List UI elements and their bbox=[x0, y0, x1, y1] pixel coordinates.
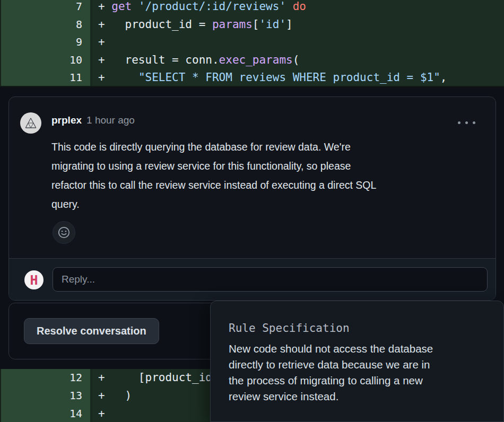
code-token bbox=[132, 0, 138, 13]
code-token: get bbox=[111, 0, 132, 13]
reply-avatar-letter: H bbox=[30, 272, 38, 288]
code-line: + "SELECT * FROM reviews WHERE product_i… bbox=[90, 69, 504, 87]
diff-row: 7+ get '/product/:id/reviews' do bbox=[0, 0, 504, 16]
code-token: '/product/:id/reviews' bbox=[138, 0, 286, 13]
code-token: product_id = bbox=[111, 18, 212, 31]
code-line: + product_id = params['id'] bbox=[90, 16, 504, 34]
code-token: [ bbox=[253, 18, 259, 31]
diff-addition-marker: + bbox=[98, 0, 111, 13]
diff-row: 10+ result = conn.exec_params( bbox=[0, 51, 504, 69]
code-token: ) bbox=[111, 389, 132, 402]
comment-header: prplex1 hour ago bbox=[51, 115, 135, 126]
code-token: ] bbox=[286, 18, 293, 31]
diff-addition-marker: + bbox=[98, 18, 111, 31]
line-number[interactable]: 11 bbox=[0, 69, 90, 87]
popup-title: Rule Specification bbox=[229, 322, 350, 335]
code-token: params bbox=[212, 18, 253, 31]
add-reaction-button[interactable] bbox=[53, 221, 75, 244]
comment-body: This code is directly querying the datab… bbox=[51, 137, 481, 214]
avatar-prplex[interactable] bbox=[20, 112, 41, 134]
code-line: + bbox=[90, 33, 504, 51]
line-number[interactable]: 14 bbox=[0, 405, 90, 422]
diff-row: 8+ product_id = params['id'] bbox=[0, 16, 504, 34]
kebab-dot bbox=[473, 121, 475, 124]
diff-addition-marker: + bbox=[98, 407, 111, 420]
line-number[interactable]: 9 bbox=[0, 33, 90, 51]
diff-addition-marker: + bbox=[98, 71, 111, 84]
reply-input[interactable] bbox=[53, 267, 488, 292]
diff-row: 9+ bbox=[0, 33, 504, 51]
review-thread-container: prplex1 hour ago This code is directly q… bbox=[8, 96, 496, 301]
diff-addition-marker: + bbox=[98, 389, 111, 402]
code-token: [product_id] bbox=[111, 371, 219, 384]
code-token: ( bbox=[293, 54, 300, 66]
code-line: + get '/product/:id/reviews' do bbox=[90, 0, 504, 16]
smiley-icon bbox=[57, 226, 71, 239]
comment-author[interactable]: prplex bbox=[51, 115, 82, 126]
code-token: "SELECT * FROM reviews WHERE product_id … bbox=[138, 71, 440, 84]
line-number[interactable]: 8 bbox=[0, 16, 90, 34]
code-token: 'id' bbox=[259, 18, 286, 31]
resolve-conversation-button[interactable]: Resolve conversation bbox=[24, 318, 159, 344]
kebab-dot bbox=[458, 121, 460, 124]
diff-row: 11+ "SELECT * FROM reviews WHERE product… bbox=[0, 69, 504, 87]
avatar-reply-user[interactable]: H bbox=[24, 270, 44, 289]
code-token bbox=[111, 71, 138, 84]
code-token bbox=[286, 0, 293, 13]
popup-body: New code should not access the databased… bbox=[229, 341, 494, 405]
line-number[interactable]: 7 bbox=[0, 0, 90, 16]
rule-specification-popup: Rule Specification New code should not a… bbox=[210, 301, 504, 422]
diff-addition-marker: + bbox=[98, 371, 111, 384]
code-line: + result = conn.exec_params( bbox=[90, 51, 504, 69]
pr-review-page: 7+ get '/product/:id/reviews' do8+ produ… bbox=[0, 0, 504, 422]
line-number[interactable]: 13 bbox=[0, 387, 90, 405]
triangle-logo-icon bbox=[24, 116, 38, 130]
diff-hunk-top: 7+ get '/product/:id/reviews' do8+ produ… bbox=[0, 0, 504, 87]
reply-row: H bbox=[9, 258, 496, 300]
line-number[interactable]: 10 bbox=[0, 51, 90, 69]
line-number[interactable]: 12 bbox=[0, 369, 90, 387]
code-token: exec_params bbox=[219, 54, 293, 66]
diff-addition-marker: + bbox=[98, 36, 111, 48]
code-token: , bbox=[440, 71, 447, 84]
code-token: result = conn. bbox=[111, 54, 219, 66]
code-token: do bbox=[293, 0, 306, 13]
diff-addition-marker: + bbox=[98, 54, 111, 66]
kebab-dot bbox=[465, 121, 468, 124]
comment-timestamp[interactable]: 1 hour ago bbox=[86, 115, 135, 126]
kebab-menu-button[interactable] bbox=[457, 118, 476, 127]
